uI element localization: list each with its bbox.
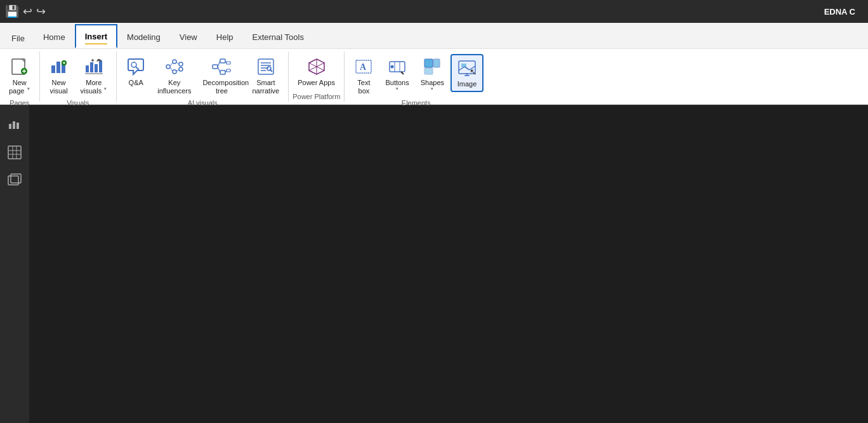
undo-icon[interactable]: ↩ [23, 4, 32, 18]
svg-rect-65 [16, 123, 19, 129]
ribbon-group-ai-visuals: Q&A [117, 51, 289, 102]
key-influencers-icon [164, 57, 185, 77]
shapes-label: Shapes ˅ [421, 79, 444, 95]
svg-rect-30 [220, 59, 225, 63]
qa-label: Q&A [129, 79, 143, 87]
new-page-icon [10, 57, 30, 77]
svg-rect-33 [227, 69, 230, 72]
more-visuals-label: More visuals ˅ [81, 79, 108, 95]
cursor-indicator: ↖ [470, 67, 477, 77]
image-label: Image [457, 80, 477, 88]
smart-narrative-label: Smart narrative [252, 79, 279, 95]
new-page-button[interactable]: New page ˅ [4, 54, 36, 98]
power-apps-icon [306, 57, 327, 77]
decomposition-tree-icon [211, 57, 232, 77]
svg-rect-31 [220, 70, 225, 74]
svg-rect-64 [13, 121, 15, 129]
shapes-button[interactable]: Shapes ˅ [416, 54, 449, 98]
visuals-buttons: New visual [44, 51, 113, 98]
buttons-label: Buttons ˅ [385, 79, 409, 95]
tab-view[interactable]: View [170, 25, 207, 48]
more-visuals-icon [84, 57, 104, 77]
svg-rect-15 [99, 60, 102, 72]
svg-line-58 [464, 67, 470, 70]
redo-icon[interactable]: ↪ [36, 4, 46, 18]
ai-visuals-buttons: Q&A [121, 51, 284, 98]
svg-point-18 [131, 62, 136, 67]
svg-rect-7 [56, 62, 60, 73]
smart-narrative-icon [256, 57, 276, 77]
pages-buttons: New page ˅ [4, 51, 36, 98]
tab-external-tools[interactable]: External Tools [243, 25, 313, 48]
new-page-label: New page ˅ [9, 79, 30, 95]
decomposition-tree-button[interactable]: Decomposition tree [197, 54, 246, 98]
svg-line-57 [459, 67, 464, 70]
qa-button[interactable]: Q&A [121, 54, 151, 90]
svg-point-44 [267, 67, 271, 70]
text-box-button[interactable]: A Text box [348, 54, 379, 98]
svg-line-35 [218, 67, 220, 72]
new-visual-icon [49, 57, 69, 77]
text-box-label: Text box [357, 79, 370, 95]
svg-rect-72 [11, 174, 21, 183]
sidebar-item-pages[interactable] [3, 169, 26, 192]
svg-rect-14 [95, 64, 98, 72]
tab-modeling[interactable]: Modeling [117, 25, 170, 48]
svg-point-23 [179, 62, 183, 66]
svg-point-24 [179, 67, 183, 71]
new-visual-button[interactable]: New visual [44, 54, 74, 98]
svg-line-34 [218, 61, 220, 67]
svg-point-21 [173, 60, 176, 64]
sidebar-item-table[interactable] [3, 141, 26, 164]
svg-point-22 [173, 70, 176, 74]
svg-line-19 [136, 67, 139, 70]
sidebar-item-bar-chart[interactable] [3, 113, 26, 136]
svg-rect-32 [227, 62, 230, 64]
more-visuals-button[interactable]: More visuals ˅ [76, 54, 113, 98]
command-bar: New page ˅ Pages [0, 48, 868, 104]
elements-buttons: A Text box [348, 51, 483, 98]
svg-rect-6 [51, 65, 55, 73]
power-platform-buttons: Power Apps [293, 51, 340, 91]
svg-rect-13 [90, 62, 93, 72]
key-influencers-label: Key influencers [157, 79, 191, 95]
shapes-icon [422, 57, 442, 77]
qa-icon [126, 57, 146, 77]
tab-file[interactable]: File [3, 29, 34, 48]
key-influencers-button[interactable]: Key influencers [152, 54, 196, 98]
svg-line-26 [170, 67, 173, 71]
svg-line-28 [176, 70, 179, 71]
ribbon-group-elements: A Text box [345, 51, 487, 102]
power-platform-group-label: Power Platform [293, 91, 340, 102]
svg-rect-52 [424, 59, 433, 67]
ribbon-group-visuals: New visual [40, 51, 117, 102]
decomposition-tree-label: Decomposition tree [202, 79, 240, 95]
canvas-area [29, 105, 868, 423]
svg-rect-63 [9, 124, 11, 129]
new-visual-label: New visual [49, 79, 67, 95]
user-name: EDNA C [824, 7, 863, 17]
tab-home[interactable]: Home [34, 25, 75, 48]
tab-row: File Home Insert Modeling View Help Exte… [0, 23, 868, 48]
title-bar: 💾 ↩ ↪ EDNA C [0, 0, 868, 23]
svg-rect-71 [8, 176, 18, 185]
ribbon-group-power-platform: Power Apps Power Platform [289, 51, 345, 102]
ribbon: File Home Insert Modeling View Help Exte… [0, 23, 868, 105]
power-apps-button[interactable]: Power Apps [293, 54, 340, 90]
svg-line-27 [176, 62, 179, 64]
sidebar [0, 105, 29, 423]
svg-point-20 [166, 65, 170, 69]
buttons-icon [387, 57, 407, 77]
tab-help[interactable]: Help [207, 25, 243, 48]
svg-text:A: A [360, 62, 367, 72]
smart-narrative-button[interactable]: Smart narrative [247, 54, 284, 98]
svg-point-50 [391, 65, 394, 69]
text-box-icon: A [353, 57, 374, 77]
svg-rect-66 [8, 146, 21, 159]
image-button[interactable]: Image ↖ [450, 54, 483, 92]
tab-insert[interactable]: Insert [75, 24, 117, 48]
svg-rect-38 [258, 59, 273, 74]
svg-line-25 [170, 63, 173, 66]
save-icon[interactable]: 💾 [5, 4, 19, 18]
buttons-button[interactable]: Buttons ˅ [380, 54, 414, 98]
